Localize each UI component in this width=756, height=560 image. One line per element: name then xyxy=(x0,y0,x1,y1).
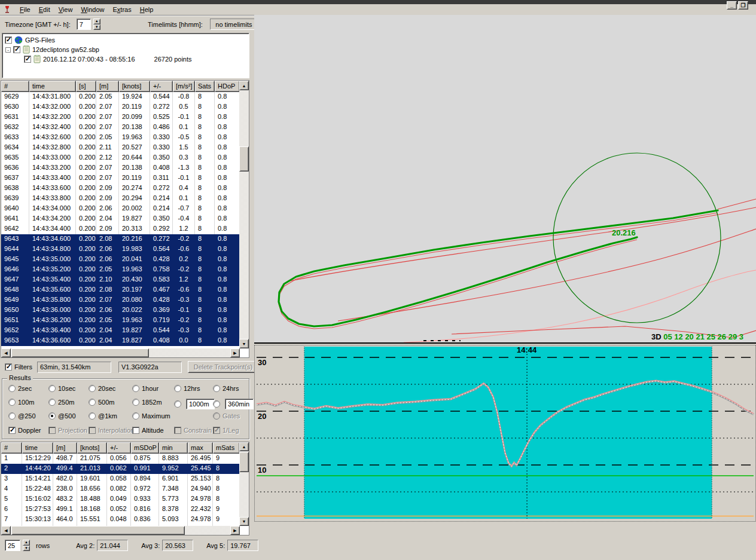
checkbox-icon[interactable] xyxy=(174,427,181,434)
radio-option-1hour[interactable]: 1hour xyxy=(132,385,158,392)
menu-item-extras[interactable]: Extras xyxy=(109,5,136,14)
spin-down-icon[interactable]: ▼ xyxy=(93,25,100,30)
menu-item-help[interactable]: Help xyxy=(136,5,158,14)
column-header-4[interactable]: +/- xyxy=(107,442,131,454)
radio-option-12hrs[interactable]: 12hrs xyxy=(174,385,200,392)
table-row[interactable]: 963914:43:33.8000.2002.0920.2940.2140.18… xyxy=(1,194,240,204)
radio-icon[interactable] xyxy=(132,412,139,420)
scroll-up-icon[interactable]: ▲ xyxy=(239,81,249,90)
table-row[interactable]: 315:14:21482.019.6010.0580.8946.90125.15… xyxy=(1,474,240,484)
file-checkbox[interactable] xyxy=(13,46,20,53)
table-row[interactable]: 963414:43:32.8000.2002.1120.5270.3301.58… xyxy=(1,143,240,153)
menu-item-edit[interactable]: Edit xyxy=(35,5,54,14)
hscroll-thumb[interactable] xyxy=(11,526,185,535)
column-header-5[interactable]: +/- xyxy=(150,81,173,92)
column-header-0[interactable]: # xyxy=(1,442,22,454)
spin-up-icon[interactable]: ▲ xyxy=(93,19,100,25)
table-row[interactable]: 965114:43:36.2000.2002.0519.9630.719-0.2… xyxy=(1,316,240,326)
table-row[interactable]: 964314:43:34.6000.2002.0820.2160.272-0.2… xyxy=(1,234,240,244)
radio-option-1852m[interactable]: 1852m xyxy=(132,399,162,406)
tree-session-row[interactable]: 2016.12.12 07:00:43 - 08:55:16 26720 poi… xyxy=(5,54,249,64)
speed-chart[interactable]: 14:44302010 xyxy=(254,345,756,522)
hscroll-thumb[interactable] xyxy=(11,348,149,357)
session-checkbox[interactable] xyxy=(24,56,31,63)
column-header-1[interactable]: time xyxy=(22,442,53,454)
radio-icon[interactable] xyxy=(89,399,96,406)
radio-option-maximum[interactable]: Maximum xyxy=(132,412,170,420)
table-row[interactable]: 963514:43:33.0000.2002.1220.6440.3500.38… xyxy=(1,153,240,163)
column-header-2[interactable]: [m] xyxy=(53,442,77,454)
checkbox-icon[interactable] xyxy=(213,427,220,434)
radio-option-20sec[interactable]: 20sec xyxy=(89,385,115,392)
table-row[interactable]: 964214:43:34.4000.2002.0920.3130.2921.28… xyxy=(1,224,240,234)
table-row[interactable]: 965014:43:36.0000.2002.0620.0220.369-0.1… xyxy=(1,305,240,316)
checkbox-option-doppler[interactable]: Doppler xyxy=(8,427,41,434)
radio-icon[interactable] xyxy=(174,385,181,392)
checkbox-icon[interactable] xyxy=(89,427,96,434)
column-header-7[interactable]: Sats xyxy=(195,81,215,92)
column-header-8[interactable]: HDoP xyxy=(215,81,240,92)
track-map[interactable]: 20.216 3D 05 12 20 21 25 26 29 3 xyxy=(254,15,756,344)
scroll-right-icon[interactable]: ▶ xyxy=(230,526,240,535)
radio-option-[interactable]: 360min xyxy=(213,399,254,409)
radio-icon[interactable] xyxy=(213,412,220,420)
delete-trackpoints-button[interactable]: Delete Trackpoint(s) xyxy=(188,361,258,373)
table-row[interactable]: 964914:43:35.8000.2002.0720.0800.428-0.3… xyxy=(1,295,240,305)
radio-option-500m[interactable]: 500m xyxy=(89,399,115,406)
radio-option-100m[interactable]: 100m xyxy=(8,399,35,406)
radio-icon[interactable] xyxy=(8,399,16,406)
table-row[interactable]: 964514:43:35.0000.2002.0620.0410.4280.28… xyxy=(1,255,240,265)
radio-icon[interactable] xyxy=(89,385,96,392)
radio-icon[interactable] xyxy=(132,385,139,392)
radio-option-500[interactable]: @500 xyxy=(48,412,76,420)
table-row[interactable]: 965314:43:36.6000.2002.0419.8270.4080.08… xyxy=(1,336,240,346)
checkbox-option-constrain[interactable]: Constrain xyxy=(174,427,212,434)
table-row[interactable]: 963714:43:33.4000.2002.0720.1190.311-0.1… xyxy=(1,173,240,183)
radio-option-10sec[interactable]: 10sec xyxy=(48,385,75,392)
table-row[interactable]: 965214:43:36.4000.2002.0419.8270.544-0.3… xyxy=(1,326,240,336)
table-row[interactable]: 615:27:53499.118.1680.0520.8168.37822.43… xyxy=(1,504,240,515)
table-row[interactable]: 515:16:02483.218.4880.0490.9335.77324.97… xyxy=(1,494,240,504)
scroll-left-icon[interactable]: ◀ xyxy=(1,348,11,357)
table-row[interactable]: 963114:43:32.2000.2002.0720.0990.525-0.1… xyxy=(1,112,240,123)
table-row[interactable]: 964014:43:34.0000.2002.0620.0020.214-0.7… xyxy=(1,204,240,214)
collapse-icon[interactable]: - xyxy=(5,47,11,53)
checkbox-icon[interactable] xyxy=(48,427,56,434)
column-header-7[interactable]: max xyxy=(188,442,213,454)
column-header-5[interactable]: mSDoP xyxy=(131,442,159,454)
radio-icon[interactable] xyxy=(48,412,56,420)
scroll-down-icon[interactable]: ▼ xyxy=(239,339,249,348)
radio-option-250[interactable]: @250 xyxy=(8,412,36,420)
scroll-left-icon[interactable]: ◀ xyxy=(1,526,11,535)
tree-root-row[interactable]: GPS-Files xyxy=(5,35,249,45)
vscroll-thumb[interactable] xyxy=(239,452,249,472)
table-row[interactable]: 963214:43:32.4000.2002.0720.1380.4860.18… xyxy=(1,123,240,133)
checkbox-icon[interactable] xyxy=(132,427,139,434)
radio-option-1km[interactable]: @1km xyxy=(89,412,117,420)
table-row[interactable]: 115:12:29498.721.0750.0560.8758.88326.49… xyxy=(1,454,240,464)
table-row[interactable]: 963814:43:33.6000.2002.0920.2740.2720.48… xyxy=(1,183,240,194)
scroll-right-icon[interactable]: ▶ xyxy=(230,348,240,357)
radio-icon[interactable] xyxy=(89,412,96,420)
column-header-6[interactable]: [m/s²] xyxy=(173,81,195,92)
table-row[interactable]: 214:44:20499.421.0130.0620.9919.95225.44… xyxy=(1,464,240,474)
scroll-up-icon[interactable]: ▲ xyxy=(239,442,249,451)
table-row[interactable]: 964714:43:35.4000.2002.1020.4300.5831.28… xyxy=(1,275,240,285)
menu-item-view[interactable]: View xyxy=(54,5,77,14)
radio-icon[interactable] xyxy=(48,385,56,392)
timezone-input[interactable]: 7 xyxy=(77,19,91,30)
table-row[interactable]: 964614:43:35.2000.2002.0519.9630.758-0.2… xyxy=(1,265,240,275)
radio-icon[interactable] xyxy=(174,400,181,408)
custom-time-input[interactable]: 360min xyxy=(225,399,254,409)
rows-input[interactable]: 25 xyxy=(5,540,20,551)
radio-icon[interactable] xyxy=(8,412,16,420)
column-header-3[interactable]: [knots] xyxy=(77,442,107,454)
trackpoint-hscrollbar[interactable]: ◀ ▶ xyxy=(1,348,240,357)
menu-item-window[interactable]: Window xyxy=(77,5,108,14)
checkbox-icon[interactable] xyxy=(8,427,16,434)
column-header-2[interactable]: [s] xyxy=(76,81,96,92)
radio-icon[interactable] xyxy=(48,399,56,406)
results-hscrollbar[interactable]: ◀ ▶ xyxy=(1,526,240,535)
radio-option-[interactable]: 1000m xyxy=(174,399,215,409)
column-header-8[interactable]: mSats xyxy=(213,442,240,454)
